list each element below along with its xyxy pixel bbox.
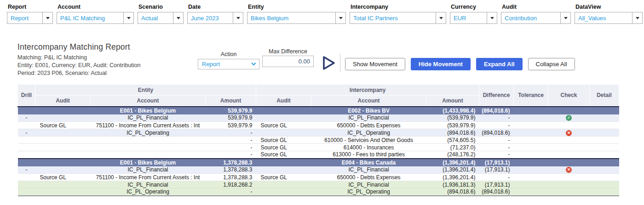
cell-entity-audit (35, 151, 91, 159)
filter-dataview: DataViewAll_Values (575, 3, 643, 24)
cell-entity-amount: 539,979.9 (206, 107, 256, 114)
cell-entity-account: 751100 - Income From Current Assets : In… (91, 174, 206, 181)
cell-drill[interactable]: - (18, 129, 35, 137)
filter-value-entity: Bikes Belgium (247, 12, 335, 23)
filter-select-scenario[interactable]: Actual (138, 12, 184, 24)
header-check: Check (548, 85, 590, 107)
cell-tolerance (514, 174, 548, 181)
cell-difference: (17,913.1) (479, 166, 514, 174)
table-row: -IC_PL_Financial1,378,288.3IC_PL_Financi… (18, 166, 619, 174)
cell-drill (18, 137, 35, 144)
action-select-value: Report (202, 61, 220, 68)
dropdown-arrow-icon[interactable] (42, 12, 52, 23)
cell-drill[interactable]: - (18, 166, 35, 174)
cell-ic-audit: Source GL (256, 151, 311, 159)
cell-detail (590, 144, 619, 151)
header-intercompany-group: Intercompany (256, 85, 479, 96)
filter-select-report[interactable]: Report (7, 12, 53, 24)
cell-ic-audit: Source GL (256, 122, 311, 129)
cell-ic-audit: Source GL (256, 174, 311, 181)
show-movement-button[interactable]: Show Movement (345, 58, 405, 70)
filter-select-account[interactable]: P&L IC Matching (57, 12, 134, 24)
cell-entity-account (91, 144, 206, 151)
cell-tolerance (514, 122, 548, 129)
filter-select-dataview[interactable]: All_Values (575, 12, 643, 24)
cell-tolerance (514, 137, 548, 144)
cell-tolerance (514, 144, 548, 151)
dropdown-arrow-icon[interactable] (487, 12, 497, 23)
cell-ic-audit (256, 107, 311, 114)
filter-select-date[interactable]: June 2023 (187, 12, 243, 24)
hide-movement-button[interactable]: Hide Movement (411, 58, 471, 70)
cell-entity-amount: - (206, 137, 256, 144)
run-button[interactable] (321, 55, 337, 71)
cell-entity-amount: - (206, 188, 256, 196)
cell-tolerance (514, 129, 548, 137)
triangle-down-icon (236, 17, 240, 19)
cell-ic-amount: (1,396,201.4) (426, 159, 479, 166)
filter-label-report: Report (8, 4, 53, 10)
cell-detail (590, 188, 619, 196)
filter-value-account: P&L IC Matching (57, 12, 123, 23)
triangle-down-icon (636, 17, 639, 19)
expand-all-button[interactable]: Expand All (476, 58, 523, 70)
cell-entity-account: E001 - Bikes Belgium (91, 107, 206, 114)
filter-select-currency[interactable]: EUR (450, 12, 497, 24)
check-pass-icon: ✓ (566, 115, 572, 121)
table-row: -Source GL610000 - Services And Other Go… (18, 137, 619, 144)
header-detail: Detail (590, 85, 619, 107)
cell-check: ✓ (548, 114, 590, 122)
filter-label-account: Account (58, 4, 134, 10)
check-fail-icon: ✕ (566, 167, 572, 173)
cell-difference: (894,018.6) (479, 129, 514, 137)
cell-ic-amount: (894,018.6) (426, 188, 479, 196)
action-select[interactable]: Report (198, 59, 259, 69)
cell-difference: - (479, 114, 514, 122)
cell-entity-account (91, 151, 206, 159)
cell-drill[interactable]: - (18, 114, 35, 122)
cell-difference: (17,913.1) (479, 181, 514, 188)
cell-check (548, 159, 590, 166)
cell-detail (590, 107, 619, 114)
dropdown-arrow-icon[interactable] (233, 12, 243, 23)
dropdown-arrow-icon[interactable] (123, 12, 133, 23)
filter-label-dataview: DataView (575, 4, 643, 10)
header-entity-amount: Amount (206, 96, 256, 107)
dropdown-arrow-icon[interactable] (335, 12, 345, 23)
max-difference-label: Max Difference (262, 48, 314, 55)
cell-check (548, 188, 590, 196)
table-row: E001 - Bikes Belgium539,979.9E002 - Bike… (18, 107, 619, 114)
collapse-all-button[interactable]: Collapse All (528, 58, 575, 70)
dropdown-arrow-icon[interactable] (173, 12, 183, 23)
filter-report: ReportReport (7, 3, 53, 24)
table-row: Source GL751100 - Income From Current As… (18, 122, 619, 129)
dropdown-arrow-icon[interactable] (632, 12, 642, 23)
cell-ic-amount: (574,605.5) (426, 137, 479, 144)
cell-entity-amount: 1,378,288.3 (206, 166, 256, 174)
cell-ic-audit (256, 181, 311, 188)
header-difference: Difference (479, 85, 514, 107)
cell-difference: - (479, 174, 514, 181)
cell-check: ✕ (548, 129, 590, 137)
cell-entity-audit: Source GL (35, 174, 91, 181)
cell-entity-account: IC_PL_Operating (91, 188, 206, 196)
cell-entity-account: 751100 - Income From Current Assets : In… (91, 122, 206, 129)
report-subtitle-matching: Matching: P&L IC Matching (17, 54, 141, 62)
dropdown-arrow-icon[interactable] (436, 12, 446, 23)
filter-select-entity[interactable]: Bikes Belgium (247, 12, 346, 24)
filter-select-audit[interactable]: Contribution (501, 12, 571, 24)
filter-select-intercompany[interactable]: Total IC Partners (350, 12, 446, 24)
cell-tolerance (514, 114, 548, 122)
dropdown-arrow-icon[interactable] (560, 12, 570, 23)
table-row: -IC_PL_Operating-IC_PL_Operating(894,018… (18, 129, 619, 137)
header-ic-amount: Amount (426, 96, 479, 107)
cell-ic-amount: (1,396,201.4) (426, 174, 479, 181)
cell-entity-amount: 539,979.9 (206, 122, 256, 129)
cell-entity-amount: 1,378,288.3 (206, 174, 256, 181)
triangle-down-icon (127, 17, 131, 19)
cell-detail (590, 151, 619, 159)
max-difference-input[interactable] (262, 56, 314, 67)
cell-ic-amount: (248,176.2) (426, 151, 479, 159)
header-tolerance: Tolerance (514, 85, 548, 107)
cell-entity-account: IC_PL_Financial (91, 181, 206, 188)
